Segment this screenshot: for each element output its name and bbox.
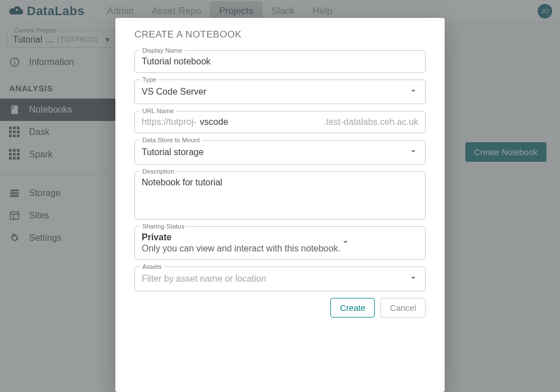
url-name-input[interactable] (200, 117, 320, 127)
field-label: Description (140, 168, 177, 175)
url-name-field[interactable]: URL Name https://tutproj- .test-datalabs… (134, 111, 426, 133)
description-input[interactable] (142, 178, 418, 213)
url-suffix: .test-datalabs.ceh.ac.uk (324, 117, 418, 127)
chevron-down-icon (408, 146, 418, 158)
type-field[interactable]: Type VS Code Server (134, 80, 426, 104)
create-button[interactable]: Create (330, 298, 375, 318)
chevron-down-icon (408, 86, 418, 98)
dialog-title: CREATE A NOTEBOOK (134, 29, 426, 40)
url-prefix: https://tutproj- (142, 117, 197, 127)
type-value: VS Code Server (142, 87, 408, 97)
sharing-title: Private (142, 232, 340, 242)
cancel-button[interactable]: Cancel (380, 298, 426, 318)
field-label: Sharing Status (140, 223, 186, 230)
datastore-field[interactable]: Data Store to Mount Tutorial storage (134, 140, 426, 165)
chevron-down-icon (408, 273, 418, 285)
dialog-actions: Create Cancel (134, 298, 426, 318)
field-label: URL Name (140, 108, 176, 114)
create-notebook-dialog: CREATE A NOTEBOOK Display Name Type VS C… (115, 18, 445, 392)
description-field[interactable]: Description (134, 171, 426, 220)
chevron-down-icon (340, 237, 351, 249)
sharing-status-field[interactable]: Sharing Status Private Only you can view… (134, 226, 426, 260)
display-name-input[interactable] (142, 57, 418, 67)
field-label: Display Name (140, 47, 185, 54)
sharing-description: Only you can view and interact with this… (142, 244, 340, 254)
assets-field[interactable]: Assets (134, 267, 426, 291)
assets-input[interactable] (142, 274, 408, 284)
datastore-value: Tutorial storage (142, 147, 408, 157)
field-label: Type (140, 76, 158, 83)
modal-overlay: CREATE A NOTEBOOK Display Name Type VS C… (0, 0, 560, 392)
field-label: Assets (140, 263, 164, 270)
display-name-field[interactable]: Display Name (134, 50, 426, 73)
field-label: Data Store to Mount (140, 137, 202, 143)
